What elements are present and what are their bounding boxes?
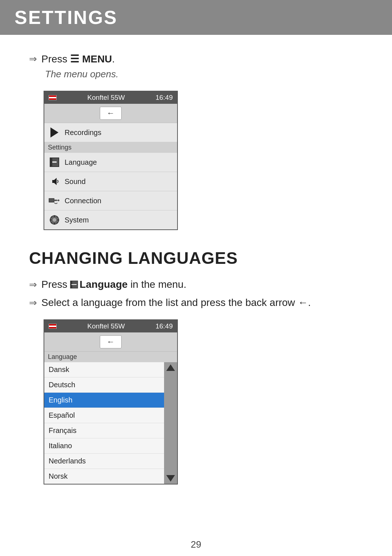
device-screen-1: Konftel 55W 16:49 ← Recordings Settings … (44, 91, 178, 230)
device-topbar-1: Konftel 55W 16:49 (44, 91, 177, 104)
settings-section-label: Settings (44, 142, 177, 153)
language-list: Dansk Deutsch English Español Français I… (44, 362, 164, 484)
menu-item-connection[interactable]: Connection (44, 191, 177, 210)
instruction-press-language: ⇒ Press Language in the menu. (29, 279, 363, 290)
system-icon (49, 214, 60, 226)
svg-rect-7 (54, 215, 55, 217)
language-scrollbar[interactable] (164, 362, 177, 484)
connection-icon (49, 195, 60, 207)
svg-rect-3 (49, 199, 54, 202)
svg-rect-2 (50, 158, 52, 167)
main-content: ⇒ Press ☰ MENU. The menu opens. Konftel … (0, 35, 392, 517)
arrow-icon-2: ⇒ (29, 279, 37, 290)
flag-icon-2 (49, 324, 57, 329)
lang-item-dansk[interactable]: Dansk (44, 362, 164, 377)
lang-item-italiano[interactable]: Italiano (44, 438, 164, 454)
menu-label: ☰ MENU (70, 53, 112, 65)
instruction2-pre: Press (41, 279, 68, 290)
sound-icon (49, 176, 60, 187)
menu-item-system[interactable]: System (44, 210, 177, 229)
lang-item-deutsch[interactable]: Deutsch (44, 377, 164, 393)
device-back-row-1: ← (44, 104, 177, 123)
svg-point-6 (53, 218, 56, 222)
play-icon (49, 127, 60, 138)
changing-languages-heading: CHANGING LANGUAGES (29, 248, 363, 268)
instruction2-post: in the menu. (130, 279, 186, 290)
play-triangle (50, 127, 58, 138)
arrow-icon: ⇒ (29, 53, 37, 65)
device-back-row-2: ← (44, 332, 177, 352)
page-title: SETTINGS (15, 7, 118, 28)
svg-rect-8 (54, 223, 55, 225)
svg-rect-17 (72, 284, 77, 285)
lang-item-espanol[interactable]: Español (44, 408, 164, 423)
device-model-2: Konftel 55W (87, 322, 125, 330)
device-model-1: Konftel 55W (87, 94, 125, 102)
sound-label: Sound (65, 177, 86, 186)
language-label: Language (65, 158, 97, 167)
language-inline-icon (70, 281, 78, 289)
system-label: System (65, 216, 89, 224)
back-button-1[interactable]: ← (100, 107, 122, 120)
scroll-up-arrow[interactable] (166, 364, 175, 371)
connection-label: Connection (65, 197, 101, 205)
recordings-label: Recordings (65, 128, 101, 137)
svg-rect-9 (50, 220, 52, 221)
arrow-icon-3: ⇒ (29, 297, 37, 308)
svg-rect-10 (57, 220, 59, 221)
svg-rect-4 (54, 200, 57, 201)
instruction2-icon-label: Language (79, 279, 127, 290)
instruction-text-pre: Press (41, 53, 68, 65)
menu-item-language[interactable]: Language (44, 153, 177, 172)
menu-item-recordings[interactable]: Recordings (44, 123, 177, 142)
back-button-2[interactable]: ← (100, 335, 122, 348)
menu-item-sound[interactable]: Sound (44, 172, 177, 191)
device-time-2: 16:49 (155, 322, 173, 330)
italic-note: The menu opens. (45, 69, 363, 80)
device-topbar-2: Konftel 55W 16:49 (44, 320, 177, 332)
instruction-press-menu: ⇒ Press ☰ MENU. (29, 53, 363, 65)
instruction3-pre: Select a language from the list and pres… (41, 297, 295, 308)
instruction-select-language: ⇒ Select a language from the list and pr… (29, 297, 363, 308)
language-list-area: Dansk Deutsch English Español Français I… (44, 362, 177, 484)
page-header: SETTINGS (0, 0, 392, 35)
device-time-1: 16:49 (155, 94, 173, 102)
language-icon (49, 156, 60, 168)
back-arrow-inline: ← (298, 297, 308, 308)
lang-item-nederlands[interactable]: Nederlands (44, 454, 164, 469)
lang-item-english[interactable]: English (44, 393, 164, 408)
flag-icon (49, 95, 57, 100)
device-screen-2: Konftel 55W 16:49 ← Language Dansk Deuts… (44, 319, 178, 485)
lang-item-francais[interactable]: Français (44, 423, 164, 438)
scroll-down-arrow[interactable] (166, 475, 175, 482)
page-number: 29 (0, 539, 392, 550)
lang-item-norsk[interactable]: Norsk (44, 469, 164, 484)
language-section-label: Language (44, 352, 177, 362)
